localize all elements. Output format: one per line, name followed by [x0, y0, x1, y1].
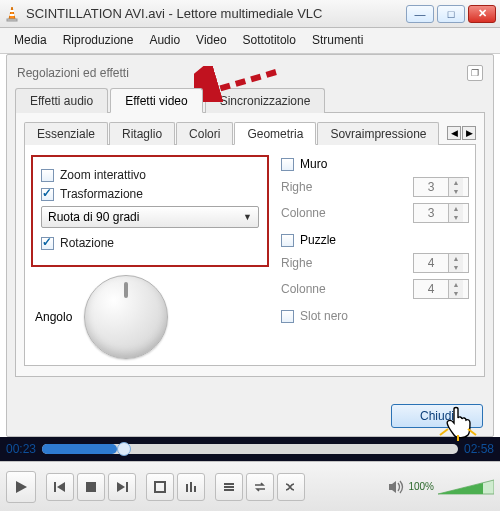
spinner-down-icon[interactable]: ▼	[448, 187, 463, 196]
svg-rect-13	[126, 482, 128, 492]
transformation-combo[interactable]: Ruota di 90 gradi ▼	[41, 206, 259, 228]
fullscreen-icon	[154, 481, 166, 493]
puzzle-label: Puzzle	[300, 233, 336, 247]
window-title: SCINTILLATION AVI.avi - Lettore multimed…	[26, 6, 406, 21]
volume-slider[interactable]	[438, 478, 494, 496]
svg-rect-15	[186, 484, 188, 492]
tab-scroll-right[interactable]: ▶	[462, 126, 476, 140]
menubar: Media Riproduzione Audio Video Sottotito…	[0, 28, 500, 54]
next-button[interactable]	[108, 473, 136, 501]
chevron-down-icon: ▼	[243, 212, 252, 222]
menu-video[interactable]: Video	[188, 31, 234, 49]
tab-geometria[interactable]: Geometria	[234, 122, 316, 145]
svg-rect-16	[190, 482, 192, 492]
menu-audio[interactable]: Audio	[141, 31, 188, 49]
play-button[interactable]	[6, 471, 36, 503]
effects-dialog: Regolazioni ed effetti ❐ Effetti audio E…	[6, 54, 494, 437]
tab-ritaglio[interactable]: Ritaglio	[109, 122, 175, 145]
tab-colori[interactable]: Colori	[176, 122, 233, 145]
tab-effetti-audio[interactable]: Effetti audio	[15, 88, 108, 113]
titlebar: SCINTILLATION AVI.avi - Lettore multimed…	[0, 0, 500, 28]
trasformazione-checkbox[interactable]	[41, 188, 54, 201]
seek-handle[interactable]	[117, 442, 131, 456]
shuffle-button[interactable]	[277, 473, 305, 501]
muro-colonne-spinner[interactable]: ▲▼	[413, 203, 469, 223]
svg-marker-10	[57, 482, 65, 492]
tabs-level1: Effetti audio Effetti video Sincronizzaz…	[15, 87, 485, 113]
skip-forward-icon	[115, 481, 129, 493]
menu-strumenti[interactable]: Strumenti	[304, 31, 371, 49]
menu-media[interactable]: Media	[6, 31, 55, 49]
svg-rect-3	[10, 14, 15, 16]
tab-essenziale[interactable]: Essenziale	[24, 122, 108, 145]
spinner-up-icon[interactable]: ▲	[448, 280, 463, 289]
tab-effetti-video[interactable]: Effetti video	[110, 88, 202, 113]
slot-nero-checkbox[interactable]	[281, 310, 294, 323]
volume-control: 100%	[388, 478, 494, 496]
tab-scroll-arrows: ◀ ▶	[447, 126, 476, 140]
muro-righe-spinner[interactable]: ▲▼	[413, 177, 469, 197]
rotazione-checkbox[interactable]	[41, 237, 54, 250]
speaker-icon	[388, 480, 404, 494]
spinner-down-icon[interactable]: ▼	[448, 263, 463, 272]
svg-rect-14	[155, 482, 165, 492]
puzzle-righe-input[interactable]	[414, 256, 448, 270]
muro-checkbox[interactable]	[281, 158, 294, 171]
skip-back-icon	[53, 481, 67, 493]
tabpane-effetti-video: Essenziale Ritaglio Colori Geometria Sov…	[15, 113, 485, 377]
stop-button[interactable]	[77, 473, 105, 501]
puzzle-checkbox[interactable]	[281, 234, 294, 247]
transformation-combo-value: Ruota di 90 gradi	[48, 210, 139, 224]
loop-icon	[253, 481, 267, 493]
play-icon	[14, 480, 28, 494]
dialog-restore-button[interactable]: ❐	[467, 65, 483, 81]
minimize-button[interactable]: —	[406, 5, 434, 23]
playlist-button[interactable]	[215, 473, 243, 501]
muro-righe-input[interactable]	[414, 180, 448, 194]
playlist-icon	[223, 481, 235, 493]
menu-riproduzione[interactable]: Riproduzione	[55, 31, 142, 49]
puzzle-colonne-input[interactable]	[414, 282, 448, 296]
tab-scroll-left[interactable]: ◀	[447, 126, 461, 140]
player-controls: 100%	[0, 461, 500, 511]
svg-rect-1	[7, 19, 17, 21]
seek-slider[interactable]	[42, 444, 458, 454]
angle-dial[interactable]	[84, 275, 168, 359]
close-button[interactable]: ✕	[468, 5, 496, 23]
zoom-interattivo-checkbox[interactable]	[41, 169, 54, 182]
geometria-panel: Zoom interattivo Trasformazione Ruota di…	[24, 145, 476, 366]
tab-sovraimpressione[interactable]: Sovraimpressione	[317, 122, 439, 145]
svg-marker-12	[117, 482, 125, 492]
dialog-title: Regolazioni ed effetti	[17, 66, 129, 80]
volume-percent: 100%	[408, 481, 434, 492]
window-buttons: — □ ✕	[406, 5, 496, 23]
muro-label: Muro	[300, 157, 327, 171]
rotazione-label: Rotazione	[60, 236, 114, 250]
puzzle-righe-spinner[interactable]: ▲▼	[413, 253, 469, 273]
spinner-up-icon[interactable]: ▲	[448, 204, 463, 213]
tab-sincronizzazione[interactable]: Sincronizzazione	[205, 88, 326, 113]
muro-righe-label: Righe	[281, 180, 407, 194]
total-time: 02:58	[464, 442, 494, 456]
puzzle-colonne-label: Colonne	[281, 282, 407, 296]
ext-settings-button[interactable]	[177, 473, 205, 501]
elapsed-time: 00:23	[6, 442, 36, 456]
prev-button[interactable]	[46, 473, 74, 501]
spinner-down-icon[interactable]: ▼	[448, 213, 463, 222]
svg-rect-11	[86, 482, 96, 492]
highlight-box: Zoom interattivo Trasformazione Ruota di…	[31, 155, 269, 267]
menu-sottotitolo[interactable]: Sottotitolo	[235, 31, 304, 49]
puzzle-colonne-spinner[interactable]: ▲▼	[413, 279, 469, 299]
vlc-icon	[4, 6, 20, 22]
loop-button[interactable]	[246, 473, 274, 501]
spinner-up-icon[interactable]: ▲	[448, 178, 463, 187]
fullscreen-button[interactable]	[146, 473, 174, 501]
svg-rect-17	[194, 486, 196, 492]
chiudi-button[interactable]: Chiudi	[391, 404, 483, 428]
spinner-down-icon[interactable]: ▼	[448, 289, 463, 298]
seek-timeline: 00:23 02:58	[0, 437, 500, 461]
trasformazione-label: Trasformazione	[60, 187, 143, 201]
spinner-up-icon[interactable]: ▲	[448, 254, 463, 263]
maximize-button[interactable]: □	[437, 5, 465, 23]
muro-colonne-input[interactable]	[414, 206, 448, 220]
